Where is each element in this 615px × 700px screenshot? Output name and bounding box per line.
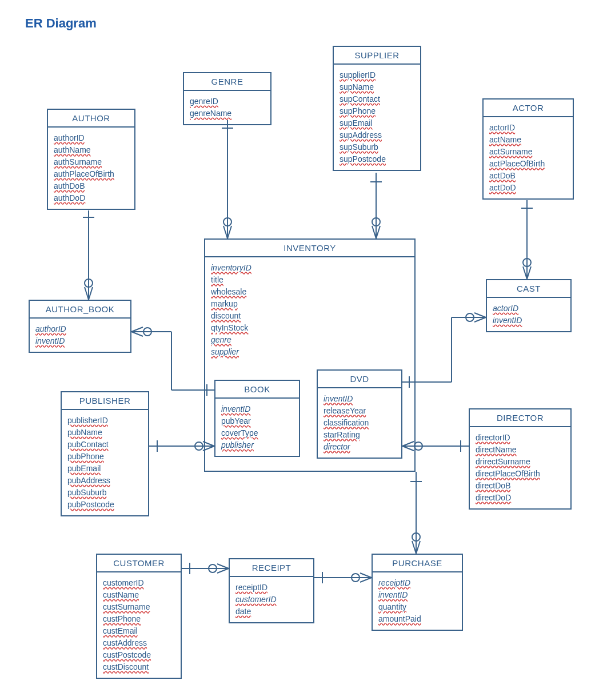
- entity-dvd-header: DVD: [318, 371, 401, 388]
- svg-line-31: [474, 317, 486, 322]
- attr: drirectSurname: [476, 456, 565, 468]
- svg-point-48: [412, 533, 420, 541]
- attr: publisherID: [67, 415, 142, 427]
- attr: pubPhone: [67, 451, 142, 463]
- attr: authSurname: [54, 156, 129, 168]
- entity-purchase-header: PURCHASE: [373, 555, 462, 572]
- entity-purchase: PURCHASE receiptID inventID quantity amo…: [372, 554, 463, 631]
- attr: directPlaceOfBirth: [476, 468, 565, 480]
- svg-line-19: [372, 226, 376, 238]
- entity-supplier-header: SUPPLIER: [334, 47, 420, 65]
- attr: custAddress: [103, 637, 175, 649]
- attr: releaseYear: [324, 405, 396, 417]
- entity-cast: CAST actorID inventID: [486, 279, 572, 332]
- attr: genreName: [190, 108, 265, 120]
- svg-point-58: [352, 574, 360, 582]
- svg-point-16: [223, 218, 231, 226]
- attr: qtyInStock: [211, 322, 409, 334]
- attr: wholesale: [211, 286, 409, 298]
- svg-line-52: [217, 568, 229, 573]
- svg-line-56: [360, 573, 372, 578]
- entity-dvd-body: inventID releaseYear classification star…: [318, 388, 401, 458]
- attr: actorID: [489, 122, 567, 134]
- attr: genre: [211, 334, 409, 346]
- entity-author-book-header: AUTHOR_BOOK: [30, 301, 130, 319]
- attr: customerID: [103, 577, 175, 589]
- attr: pubName: [67, 427, 142, 439]
- attr: supName: [340, 81, 414, 93]
- svg-line-46: [412, 541, 416, 554]
- attr: pubPostcode: [67, 499, 142, 511]
- attr: authDoB: [54, 180, 129, 192]
- attr: inventID: [35, 335, 125, 347]
- entity-supplier: SUPPLIER supplierID supName supContact s…: [333, 46, 421, 171]
- attr: inventID: [324, 393, 396, 405]
- attr: authPlaceOfBirth: [54, 168, 129, 180]
- attr: authDoD: [54, 192, 129, 204]
- attr: custEmail: [103, 625, 175, 637]
- attr: markup: [211, 298, 409, 310]
- attr: receiptID: [235, 582, 308, 594]
- attr: title: [211, 274, 409, 286]
- attr: inventID: [221, 403, 293, 415]
- attr: pubAddress: [67, 475, 142, 487]
- entity-actor: ACTOR actorID actName actSurname actPlac…: [482, 98, 574, 200]
- entity-book: BOOK inventID pubYear coverType publishe…: [214, 380, 300, 457]
- attr: pubEmail: [67, 463, 142, 475]
- attr: inventID: [378, 589, 456, 601]
- svg-line-15: [227, 226, 231, 238]
- entity-director-body: directorID directName drirectSurname dir…: [470, 427, 570, 508]
- svg-point-32: [466, 313, 474, 321]
- attr: quantity: [378, 601, 456, 613]
- svg-point-10: [143, 328, 151, 336]
- entity-publisher: PUBLISHER publisherID pubName pubContact…: [61, 391, 149, 516]
- svg-line-51: [217, 564, 229, 568]
- entity-supplier-body: supplierID supName supContact supPhone s…: [334, 65, 420, 170]
- svg-line-30: [474, 313, 486, 317]
- entity-customer: CUSTOMER customerID custName custSurname…: [96, 554, 182, 679]
- attr: receiptID: [378, 577, 456, 589]
- attr: directDoB: [476, 480, 565, 492]
- attr: actPlaceOfBirth: [489, 158, 567, 170]
- attr: classification: [324, 417, 396, 429]
- entity-publisher-header: PUBLISHER: [62, 392, 148, 410]
- entity-cast-body: actorID inventID: [487, 298, 570, 331]
- attr: actName: [489, 134, 567, 146]
- attr: pubContact: [67, 439, 142, 451]
- attr: supContact: [340, 93, 414, 105]
- entity-purchase-body: receiptID inventID quantity amountPaid: [373, 572, 462, 630]
- attr: amountPaid: [378, 613, 456, 625]
- entity-book-body: inventID pubYear coverType publisher: [215, 399, 299, 456]
- attr: supPhone: [340, 105, 414, 117]
- attr: inventID: [493, 315, 565, 327]
- attr: discount: [211, 310, 409, 322]
- entity-author-book: AUTHOR_BOOK authorID inventID: [29, 300, 131, 353]
- svg-line-47: [416, 541, 420, 554]
- entity-genre-body: genreID genreName: [184, 91, 270, 124]
- svg-line-24: [523, 267, 527, 279]
- attr: publisher: [221, 439, 293, 451]
- svg-line-14: [223, 226, 227, 238]
- svg-point-53: [209, 564, 217, 572]
- attr: pubYear: [221, 415, 293, 427]
- entity-director-header: DIRECTOR: [470, 409, 570, 427]
- entity-cast-header: CAST: [487, 280, 570, 298]
- attr: actorID: [493, 303, 565, 315]
- attr: actSurname: [489, 146, 567, 158]
- attr: genreID: [190, 96, 265, 108]
- attr: directDoD: [476, 492, 565, 504]
- svg-point-42: [414, 442, 422, 450]
- attr: directName: [476, 444, 565, 456]
- entity-inventory-header: INVENTORY: [205, 240, 414, 257]
- attr: supAddress: [340, 129, 414, 141]
- attr: custSurname: [103, 601, 175, 613]
- entity-customer-header: CUSTOMER: [97, 555, 181, 572]
- svg-point-4: [85, 279, 93, 287]
- entity-actor-body: actorID actName actSurname actPlaceOfBir…: [484, 117, 573, 198]
- svg-point-21: [372, 218, 380, 226]
- attr: inventoryID: [211, 262, 409, 274]
- attr: date: [235, 606, 308, 618]
- entity-receipt: RECEIPT receiptID customerID date: [229, 558, 314, 623]
- attr: customerID: [235, 594, 308, 606]
- attr: custPostcode: [103, 649, 175, 661]
